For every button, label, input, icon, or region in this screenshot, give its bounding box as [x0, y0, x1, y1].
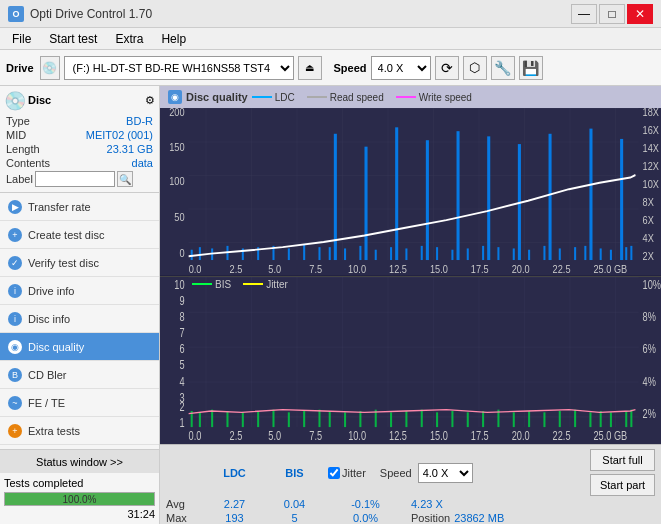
disc-type-label: Type	[6, 115, 30, 127]
legend-jitter-label: Jitter	[266, 279, 288, 290]
disc-panel: 💿 Disc ⚙ Type BD-R MID MEIT02 (001) Leng…	[0, 86, 159, 193]
menu-file[interactable]: File	[4, 30, 39, 48]
menu-extra[interactable]: Extra	[107, 30, 151, 48]
svg-text:12.5: 12.5	[389, 263, 407, 275]
toolbar: Drive 💿 (F:) HL-DT-ST BD-RE WH16NS58 TST…	[0, 50, 661, 86]
svg-rect-102	[630, 409, 632, 426]
svg-rect-77	[272, 409, 274, 426]
legend-jitter: Jitter	[243, 279, 288, 290]
legend-ldc-label: LDC	[275, 92, 295, 103]
svg-text:17.5: 17.5	[471, 263, 489, 275]
sidebar-item-verify-test-disc[interactable]: ✓ Verify test disc	[0, 249, 159, 277]
svg-text:100: 100	[169, 175, 184, 187]
close-button[interactable]: ✕	[627, 4, 653, 24]
jitter-checkbox-container: Jitter	[328, 467, 366, 479]
svg-text:0.0: 0.0	[189, 263, 202, 275]
extra-tests-icon: +	[8, 424, 22, 438]
maximize-button[interactable]: □	[599, 4, 625, 24]
svg-rect-16	[457, 131, 460, 260]
legend-write-speed: Write speed	[396, 92, 472, 103]
svg-text:5.0: 5.0	[268, 429, 281, 442]
menu-help[interactable]: Help	[153, 30, 194, 48]
svg-text:10: 10	[174, 277, 184, 290]
drive-label: Drive	[6, 62, 34, 74]
avg-speed: 4.23 X	[411, 498, 443, 510]
tools-button[interactable]: 🔧	[491, 56, 515, 80]
jitter-checkbox[interactable]	[328, 467, 340, 479]
disc-icon: 💿	[4, 90, 24, 110]
max-bis: 5	[267, 512, 322, 524]
eject-button[interactable]: ⏏	[298, 56, 322, 80]
disc-label-input[interactable]	[35, 171, 115, 187]
sidebar-item-fe-te[interactable]: ~ FE / TE	[0, 389, 159, 417]
disc-length-value: 23.31 GB	[107, 143, 153, 155]
start-part-button[interactable]: Start part	[590, 474, 655, 496]
save-button[interactable]: 💾	[519, 56, 543, 80]
svg-rect-99	[600, 411, 602, 427]
stats-avg-row: Avg 2.27 0.04 -0.1% 4.23 X	[166, 498, 655, 510]
svg-rect-96	[559, 411, 561, 427]
svg-rect-94	[528, 411, 530, 427]
svg-rect-81	[329, 411, 331, 427]
svg-rect-37	[559, 248, 561, 260]
drive-icon: 💿	[40, 56, 60, 80]
svg-rect-88	[436, 412, 438, 427]
svg-rect-41	[610, 250, 612, 260]
nav-list: ▶ Transfer rate + Create test disc ✓ Ver…	[0, 193, 159, 449]
position-label: Position	[411, 512, 450, 524]
settings-button[interactable]: ⬡	[463, 56, 487, 80]
svg-rect-10	[303, 245, 305, 260]
minimize-button[interactable]: —	[571, 4, 597, 24]
svg-rect-70	[189, 277, 639, 427]
sidebar-item-disc-quality[interactable]: ◉ Disc quality	[0, 333, 159, 361]
time-text: 31:24	[4, 508, 155, 520]
svg-text:0: 0	[179, 247, 184, 259]
svg-text:18X: 18X	[643, 108, 659, 118]
sidebar-item-create-test-disc[interactable]: + Create test disc	[0, 221, 159, 249]
svg-rect-24	[359, 246, 361, 260]
svg-rect-34	[513, 248, 515, 260]
menu-bar: File Start test Extra Help	[0, 28, 661, 50]
svg-text:15.0: 15.0	[430, 263, 448, 275]
svg-text:7.5: 7.5	[309, 429, 322, 442]
jitter-label: Jitter	[342, 467, 366, 479]
svg-rect-28	[421, 246, 423, 260]
svg-text:8%: 8%	[643, 309, 657, 322]
stats-ldc-header: LDC	[202, 467, 267, 479]
disc-contents-value: data	[132, 157, 153, 169]
svg-rect-38	[574, 247, 576, 260]
chart-legend-top: LDC Read speed Write speed	[252, 92, 472, 103]
progress-text: 100.0%	[5, 493, 154, 505]
svg-rect-83	[359, 411, 361, 427]
svg-text:5: 5	[179, 358, 184, 371]
svg-rect-95	[543, 412, 545, 427]
speed-select[interactable]: 4.0 X 1.0 X 2.0 X 6.0 X 8.0 X Max	[371, 56, 431, 80]
verify-test-disc-icon: ✓	[8, 256, 22, 270]
svg-text:12X: 12X	[643, 160, 659, 172]
svg-text:20.0: 20.0	[512, 263, 530, 275]
disc-label-row: Label 🔍	[4, 170, 155, 188]
chart-header: ◉ Disc quality LDC Read speed Write spee…	[160, 86, 661, 108]
status-panel: Tests completed 100.0% 31:24	[0, 473, 159, 524]
svg-text:25.0 GB: 25.0 GB	[594, 429, 628, 442]
svg-rect-74	[226, 411, 228, 427]
start-full-button[interactable]: Start full	[590, 449, 655, 471]
menu-start-test[interactable]: Start test	[41, 30, 105, 48]
speed-select-stat[interactable]: 4.0 X	[418, 463, 473, 483]
refresh-button[interactable]: ⟳	[435, 56, 459, 80]
sidebar-label-verify-test-disc: Verify test disc	[28, 257, 99, 269]
sidebar-item-extra-tests[interactable]: + Extra tests	[0, 417, 159, 445]
sidebar-item-drive-info[interactable]: i Drive info	[0, 277, 159, 305]
svg-text:8: 8	[179, 309, 184, 322]
sidebar-item-cd-bler[interactable]: B CD Bler	[0, 361, 159, 389]
drive-select[interactable]: (F:) HL-DT-ST BD-RE WH16NS58 TST4	[64, 56, 294, 80]
disc-label-button[interactable]: 🔍	[117, 171, 133, 187]
sidebar-item-disc-info[interactable]: i Disc info	[0, 305, 159, 333]
sidebar-item-transfer-rate[interactable]: ▶ Transfer rate	[0, 193, 159, 221]
svg-rect-73	[211, 409, 213, 426]
sidebar-label-disc-info: Disc info	[28, 313, 70, 325]
status-window-button[interactable]: Status window >>	[0, 449, 159, 473]
legend-bis-label: BIS	[215, 279, 231, 290]
disc-manage-icon[interactable]: ⚙	[145, 94, 155, 107]
svg-rect-22	[329, 247, 331, 260]
